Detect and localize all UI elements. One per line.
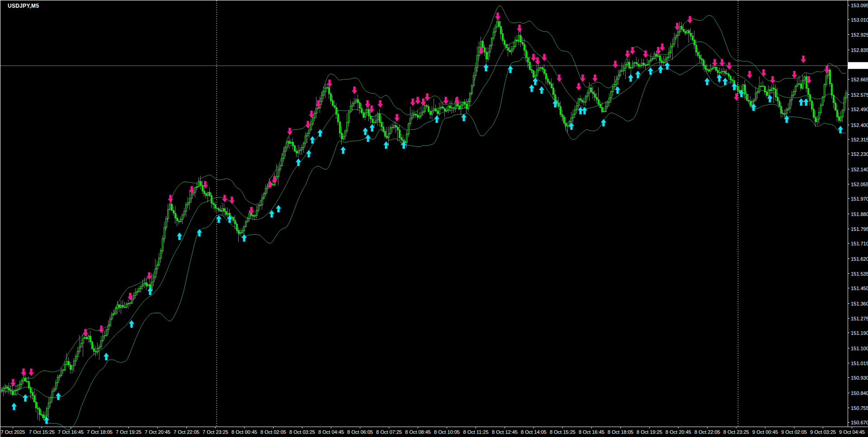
time-tick-label[interactable]: 7 Oct 20:45	[145, 429, 170, 435]
time-tick-label[interactable]: 8 Oct 10:05	[434, 429, 460, 435]
time-tick-label[interactable]: 8 Oct 02:05	[260, 429, 286, 435]
price-tick-label[interactable]: 151.275	[851, 316, 868, 321]
time-tick-label[interactable]: 8 Oct 19:25	[637, 429, 662, 435]
sell-signal-arrow-icon	[531, 54, 536, 61]
price-tick-label[interactable]: 152.665	[851, 77, 868, 82]
price-tick-label[interactable]: 152.835	[851, 47, 868, 53]
time-tick-label[interactable]: 8 Oct 12:45	[492, 429, 518, 435]
time-tick-label[interactable]: 9 Oct 02:05	[781, 429, 807, 435]
price-tick-label[interactable]: 150.755	[851, 405, 868, 411]
sell-signal-arrow-icon	[687, 16, 693, 23]
price-tick-label[interactable]: 152.575	[851, 92, 868, 98]
time-tick-label[interactable]: 8 Oct 08:45	[405, 429, 431, 435]
buy-signal-arrow-icon	[197, 229, 202, 237]
price-tick-label[interactable]: 151.795	[851, 226, 868, 232]
price-tick-label[interactable]: 153.095	[851, 3, 868, 8]
time-tick-label[interactable]: 8 Oct 04:45	[318, 429, 344, 435]
buy-signal-arrow-icon	[582, 107, 587, 115]
bollinger-upper-band	[1, 5, 846, 390]
price-tick-label[interactable]: 152.400	[851, 122, 868, 128]
time-tick-label[interactable]: 7 Oct 18:05	[87, 429, 113, 435]
sell-signal-arrow-icon	[443, 97, 448, 104]
price-tick-label[interactable]: 151.190	[851, 330, 868, 336]
chart-window: 153.095153.010152.925152.835152.665152.5…	[0, 0, 868, 437]
price-tick-label[interactable]: 152.490	[851, 107, 868, 112]
buy-signal-arrow-icon	[838, 126, 843, 133]
time-tick-label[interactable]: 8 Oct 03:25	[289, 429, 315, 435]
time-tick-label[interactable]: 7 Oct 15:25	[29, 429, 55, 435]
sell-signal-arrow-icon	[517, 24, 522, 32]
price-tick-label[interactable]: 151.710	[851, 241, 868, 246]
sell-signal-arrow-icon	[377, 100, 383, 108]
price-tick-label[interactable]: 151.880	[851, 211, 868, 217]
buy-signal-arrow-icon	[717, 74, 722, 82]
price-tick-label[interactable]: 152.230	[851, 151, 868, 157]
time-tick-label[interactable]: 9 Oct 04:45	[839, 429, 865, 435]
price-tick-label[interactable]: 151.015	[851, 361, 868, 366]
sell-signal-arrow-icon	[719, 59, 725, 67]
bollinger-middle-band	[1, 40, 846, 398]
time-tick-label[interactable]: 8 Oct 22:05	[694, 429, 720, 435]
buy-signal-arrow-icon	[434, 116, 439, 123]
buy-signal-arrow-icon	[129, 320, 134, 328]
buy-signal-arrow-icon	[648, 67, 653, 75]
buy-signal-arrow-icon	[216, 215, 222, 223]
price-tick-label[interactable]: 152.315	[851, 137, 868, 142]
price-tick-label[interactable]: 152.925	[851, 32, 868, 38]
price-tick-label[interactable]: 150.670	[851, 420, 868, 425]
time-tick-label[interactable]: 8 Oct 15:25	[550, 429, 576, 435]
sell-signal-arrow-icon	[394, 114, 400, 122]
time-tick-label[interactable]: 8 Oct 23:25	[723, 429, 749, 435]
price-tick-label[interactable]: 150.840	[851, 390, 868, 396]
price-tick-label[interactable]: 151.100	[851, 346, 868, 351]
time-tick-label[interactable]: 8 Oct 07:25	[376, 429, 402, 435]
price-tick-label[interactable]: 150.930	[851, 375, 868, 381]
buy-signal-arrow-icon	[704, 78, 710, 85]
time-tick-label[interactable]: 7 Oct 23:25	[203, 429, 228, 435]
sell-signal-arrow-icon	[576, 83, 581, 91]
time-tick-label[interactable]: 8 Oct 11:25	[463, 429, 488, 435]
sell-signal-arrow-icon	[352, 86, 357, 94]
buy-signal-arrow-icon	[628, 74, 633, 82]
buy-signal-arrow-icon	[11, 403, 17, 410]
time-tick-label[interactable]: 8 Oct 16:45	[579, 429, 604, 435]
sell-signal-arrow-icon	[761, 69, 766, 77]
price-tick-label[interactable]: 153.010	[851, 17, 868, 23]
time-tick-label[interactable]: 8 Oct 14:05	[521, 429, 547, 435]
time-tick-label[interactable]: 7 Oct 2025	[1, 429, 25, 435]
sell-signal-arrow-icon	[660, 43, 665, 51]
price-tick-label[interactable]: 151.450	[851, 286, 868, 291]
bid-price-label: 152.744	[851, 63, 868, 69]
buy-signal-arrow-icon	[241, 234, 247, 242]
time-tick-label[interactable]: 9 Oct 03:25	[810, 429, 836, 435]
sell-signal-arrow-icon	[28, 369, 34, 376]
time-tick-label[interactable]: 7 Oct 16:45	[58, 429, 84, 435]
buy-signal-arrow-icon	[731, 83, 737, 90]
sell-signal-arrow-icon	[770, 76, 775, 84]
price-tick-label[interactable]: 152.055	[851, 182, 868, 187]
chart-canvas[interactable]: 153.095153.010152.925152.835152.665152.5…	[0, 0, 868, 437]
price-tick-label[interactable]: 151.360	[851, 301, 868, 306]
time-tick-label[interactable]: 8 Oct 18:05	[608, 429, 633, 435]
buy-signal-arrow-icon	[601, 119, 606, 127]
price-tick-label[interactable]: 151.970	[851, 196, 868, 202]
sell-signal-arrow-icon	[309, 111, 314, 118]
sell-signal-arrow-icon	[168, 195, 173, 202]
price-tick-label[interactable]: 152.140	[851, 167, 868, 172]
buy-signal-arrow-icon	[461, 114, 467, 122]
time-tick-label[interactable]: 8 Oct 00:45	[231, 429, 257, 435]
buy-signal-arrow-icon	[363, 127, 368, 135]
time-tick-label[interactable]: 7 Oct 19:25	[116, 429, 142, 435]
time-tick-label[interactable]: 9 Oct 00:45	[752, 429, 778, 435]
sell-signal-arrow-icon	[10, 379, 16, 386]
buy-signal-arrow-icon	[483, 64, 489, 71]
buy-signal-arrow-icon	[529, 85, 534, 92]
sell-signal-arrow-icon	[734, 94, 739, 101]
time-tick-label[interactable]: 8 Oct 20:45	[665, 429, 691, 435]
price-tick-label[interactable]: 151.535	[851, 271, 868, 277]
price-tick-label[interactable]: 151.620	[851, 256, 868, 262]
time-tick-label[interactable]: 8 Oct 06:05	[347, 429, 373, 435]
sell-signal-arrow-icon	[203, 181, 208, 189]
buy-signal-arrow-icon	[276, 205, 281, 213]
time-tick-label[interactable]: 7 Oct 22:05	[174, 429, 199, 435]
